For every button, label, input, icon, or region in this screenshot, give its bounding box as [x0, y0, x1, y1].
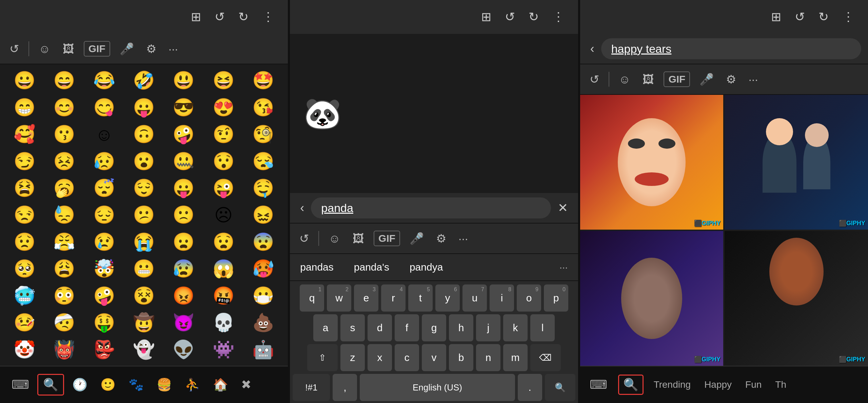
emoji-item[interactable]: 😳: [45, 283, 83, 309]
emoji-tab-icon[interactable]: 🙂: [96, 375, 120, 395]
travel-icon[interactable]: 🏠: [208, 375, 233, 395]
emoji-item[interactable]: 😭: [125, 229, 163, 255]
emoji-item[interactable]: 😂: [85, 68, 123, 93]
emoji-item[interactable]: 🤬: [204, 283, 243, 309]
undo-icon[interactable]: ↺: [215, 10, 225, 24]
key-p[interactable]: 0p: [544, 284, 568, 312]
emoji-item[interactable]: 😩: [45, 256, 83, 281]
emoji-item[interactable]: 😗: [45, 122, 83, 147]
emoji-item[interactable]: 😈: [164, 310, 203, 335]
emoji-item[interactable]: 🤨: [204, 122, 243, 147]
key-t[interactable]: 5t: [408, 284, 433, 312]
emoji-item[interactable]: 🤣: [125, 68, 163, 93]
search-input[interactable]: [311, 197, 551, 218]
key-comma[interactable]: ,: [333, 374, 357, 401]
emoji-item[interactable]: 😓: [45, 202, 83, 228]
emoji-item[interactable]: 😛: [164, 175, 203, 201]
gif-tab-happy[interactable]: Happy: [701, 377, 735, 393]
emoji-item[interactable]: 🤡: [5, 337, 44, 362]
gif-toolbar-recent-icon[interactable]: ↺: [587, 71, 602, 87]
delete-icon[interactable]: ✖: [236, 375, 256, 395]
key-j[interactable]: j: [476, 314, 500, 341]
kb-add-icon[interactable]: ⊞: [481, 10, 491, 24]
emoji-item[interactable]: 😪: [244, 148, 282, 174]
toolbar-settings-icon[interactable]: ⚙: [143, 41, 159, 57]
key-z[interactable]: z: [340, 344, 365, 371]
kb-undo-icon[interactable]: ↺: [505, 10, 515, 24]
search-clear-icon[interactable]: ✕: [554, 201, 571, 215]
emoji-item[interactable]: 🥺: [5, 256, 44, 281]
suggestion-3[interactable]: pandya: [410, 261, 443, 273]
emoji-item[interactable]: 😒: [5, 202, 44, 228]
key-f[interactable]: f: [395, 314, 419, 341]
kb-toolbar-mic-icon[interactable]: 🎤: [407, 230, 427, 247]
emoji-item[interactable]: 🤒: [5, 310, 44, 335]
food-icon[interactable]: 🍔: [152, 375, 177, 395]
emoji-item[interactable]: 🤤: [244, 175, 282, 201]
emoji-item[interactable]: 🙃: [125, 122, 163, 147]
search-back-icon[interactable]: ‹: [297, 201, 308, 215]
key-s[interactable]: s: [340, 314, 365, 341]
emoji-item[interactable]: 😦: [164, 229, 203, 255]
emoji-item[interactable]: 😀: [5, 68, 44, 93]
suggestion-2[interactable]: panda's: [354, 261, 389, 273]
emoji-item[interactable]: 😨: [244, 229, 282, 255]
emoji-item[interactable]: 🤖: [244, 337, 282, 362]
gif-search-input[interactable]: [601, 38, 861, 59]
emoji-item[interactable]: 👾: [204, 337, 243, 362]
gif-search-icon[interactable]: 🔍: [618, 375, 644, 395]
key-i[interactable]: 8i: [490, 284, 514, 312]
emoji-item[interactable]: 🧐: [244, 122, 282, 147]
gif-undo-icon[interactable]: ↺: [795, 10, 805, 24]
gif-result-3[interactable]: ⬛GIPHY: [580, 231, 724, 366]
key-symbols[interactable]: !#1: [293, 374, 330, 401]
animal-icon[interactable]: 🐾: [124, 375, 149, 395]
emoji-item[interactable]: 😄: [45, 68, 83, 93]
emoji-item[interactable]: 🥰: [5, 122, 44, 147]
emoji-item[interactable]: 😎: [164, 94, 203, 120]
kb-more-icon[interactable]: ⋮: [552, 10, 565, 24]
key-w[interactable]: 2w: [327, 284, 351, 312]
key-g[interactable]: g: [422, 314, 446, 341]
emoji-item[interactable]: 🤪: [164, 122, 203, 147]
add-icon[interactable]: ⊞: [191, 10, 201, 24]
key-d[interactable]: d: [368, 314, 392, 341]
gif-toolbar-gif-button[interactable]: GIF: [664, 71, 690, 87]
key-c[interactable]: c: [395, 344, 419, 371]
emoji-item[interactable]: 🤐: [164, 148, 203, 174]
key-e[interactable]: 3e: [354, 284, 378, 312]
gif-more-icon[interactable]: ⋮: [842, 10, 854, 24]
emoji-item[interactable]: 🥱: [45, 175, 83, 201]
gif-toolbar-more-icon[interactable]: ···: [746, 71, 761, 87]
toolbar-more-icon[interactable]: ···: [166, 41, 181, 57]
emoji-item[interactable]: 😖: [244, 202, 282, 228]
key-y[interactable]: 6y: [435, 284, 460, 312]
key-period[interactable]: .: [518, 374, 542, 401]
toolbar-mic-icon[interactable]: 🎤: [117, 41, 137, 57]
emoji-item[interactable]: 😡: [164, 283, 203, 309]
emoji-item[interactable]: 😥: [85, 148, 123, 174]
emoji-item[interactable]: 😵: [125, 283, 163, 309]
emoji-item[interactable]: 😬: [125, 256, 163, 281]
emoji-item[interactable]: 😌: [125, 175, 163, 201]
keyboard-icon[interactable]: ⌨: [7, 375, 34, 395]
emoji-item[interactable]: 👻: [125, 337, 163, 362]
emoji-item[interactable]: 🤯: [85, 256, 123, 281]
emoji-item[interactable]: 👺: [85, 337, 123, 362]
emoji-item[interactable]: 😜: [204, 175, 243, 201]
recent-icon[interactable]: 🕐: [67, 375, 92, 395]
emoji-item[interactable]: 😃: [164, 68, 203, 93]
suggestions-more-icon[interactable]: ···: [559, 261, 568, 273]
key-b[interactable]: b: [449, 344, 473, 371]
emoji-item[interactable]: 😣: [45, 148, 83, 174]
emoji-item[interactable]: 😆: [204, 68, 243, 93]
key-h[interactable]: h: [449, 314, 473, 341]
gif-toolbar-mic-icon[interactable]: 🎤: [697, 71, 716, 87]
emoji-item[interactable]: ☺: [85, 122, 123, 147]
emoji-item[interactable]: 😧: [204, 229, 243, 255]
emoji-item[interactable]: 😮: [125, 148, 163, 174]
key-l[interactable]: l: [530, 314, 555, 341]
gif-toolbar-sticker-icon[interactable]: 🖼: [640, 71, 657, 87]
emoji-item[interactable]: 👽: [164, 337, 203, 362]
emoji-item[interactable]: 😴: [85, 175, 123, 201]
